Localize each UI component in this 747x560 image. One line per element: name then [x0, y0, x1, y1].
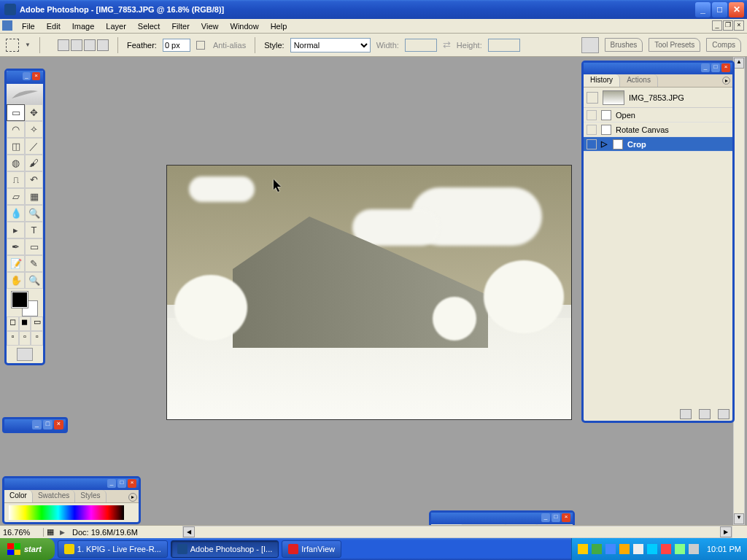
mdi-minimize-button[interactable]: _: [712, 20, 722, 31]
history-item-open[interactable]: Open: [584, 108, 732, 122]
menu-view[interactable]: View: [196, 20, 225, 32]
panel-maximize-button[interactable]: □: [551, 513, 560, 522]
screen-mode-button[interactable]: ▭: [31, 316, 43, 331]
new-document-from-state-button[interactable]: [680, 409, 692, 419]
color-tab[interactable]: Color: [4, 490, 33, 502]
delete-state-button[interactable]: [718, 409, 729, 419]
panel-maximize-button[interactable]: □: [43, 420, 53, 429]
marquee-tool[interactable]: ▭: [7, 104, 25, 121]
screenmode-full-menubar[interactable]: ▫: [19, 331, 31, 346]
blur-tool[interactable]: 💧: [7, 205, 25, 222]
document-icon[interactable]: [2, 20, 12, 31]
eyedropper-tool[interactable]: ✎: [25, 255, 43, 272]
system-tray[interactable]: 10:01 PM: [571, 538, 747, 560]
style-select[interactable]: Normal: [290, 38, 371, 52]
magic-wand-tool[interactable]: ✧: [25, 121, 43, 138]
healing-brush-tool[interactable]: ◍: [7, 155, 25, 171]
horizontal-scrollbar[interactable]: ◀ ▶: [182, 526, 732, 538]
taskbar-item-kpig[interactable]: 1. KPIG - Live Free-R...: [58, 540, 168, 558]
history-item-rotate-canvas[interactable]: Rotate Canvas: [584, 122, 732, 137]
tool-presets-tab[interactable]: Tool Presets: [649, 38, 700, 52]
window-maximize-button[interactable]: □: [712, 2, 727, 18]
panel-minimize-button[interactable]: _: [701, 63, 710, 72]
history-tab[interactable]: History: [584, 74, 620, 87]
menu-window[interactable]: Window: [225, 20, 265, 32]
history-source-checkbox[interactable]: [587, 110, 597, 120]
crop-tool[interactable]: ◫: [7, 138, 25, 155]
menu-layer[interactable]: Layer: [100, 20, 132, 32]
vertical-scrollbar[interactable]: ▲ ▼: [733, 57, 745, 525]
selection-intersect-icon[interactable]: [97, 39, 109, 51]
mdi-restore-button[interactable]: ❐: [723, 20, 733, 31]
status-menu-arrow-icon[interactable]: ▶: [60, 529, 65, 536]
toolbox-minimize-button[interactable]: _: [23, 72, 31, 80]
window-close-button[interactable]: ✕: [729, 2, 744, 18]
tray-icon[interactable]: [661, 544, 671, 554]
dodge-tool[interactable]: 🔍: [25, 205, 43, 222]
jump-to-imageready-button[interactable]: [17, 348, 33, 361]
history-source-checkbox[interactable]: [587, 125, 597, 135]
tray-icon[interactable]: [647, 544, 657, 554]
menu-edit[interactable]: Edit: [41, 20, 66, 32]
tray-icon[interactable]: [592, 544, 602, 554]
clone-stamp-tool[interactable]: ⎍: [7, 171, 25, 188]
dropdown-arrow-icon[interactable]: ▼: [25, 42, 31, 48]
tray-icon[interactable]: [605, 544, 616, 554]
panel-menu-icon[interactable]: ▸: [722, 77, 730, 85]
color-spectrum[interactable]: [9, 505, 124, 520]
hand-tool[interactable]: ✋: [7, 272, 25, 289]
document-canvas[interactable]: [166, 165, 572, 420]
path-selection-tool[interactable]: ▸: [7, 222, 25, 238]
panel-minimize-button[interactable]: _: [32, 420, 42, 429]
notes-tool[interactable]: 📝: [7, 255, 25, 272]
brush-tool[interactable]: 🖌: [25, 155, 43, 171]
window-minimize-button[interactable]: _: [695, 2, 711, 18]
volume-icon[interactable]: [689, 544, 699, 554]
document-info[interactable]: Doc: 19.6M/19.6M: [65, 528, 189, 537]
menu-select[interactable]: Select: [132, 20, 166, 32]
slice-tool[interactable]: ／: [25, 138, 43, 155]
selection-new-icon[interactable]: [58, 39, 69, 51]
panel-maximize-button[interactable]: □: [711, 63, 720, 72]
history-brush-source-icon[interactable]: [587, 92, 598, 104]
scroll-right-icon[interactable]: ▶: [720, 526, 732, 537]
status-icon[interactable]: ▦: [44, 527, 57, 537]
history-source-checkbox[interactable]: [587, 139, 597, 149]
taskbar-item-irfanview[interactable]: IrfanView: [282, 540, 341, 558]
clock[interactable]: 10:01 PM: [707, 545, 741, 553]
marquee-tool-icon[interactable]: [6, 39, 19, 52]
tray-icon[interactable]: [578, 544, 588, 554]
selection-add-icon[interactable]: [71, 39, 82, 51]
taskbar-item-photoshop[interactable]: Adobe Photoshop - [I...: [171, 540, 279, 558]
screenmode-full[interactable]: ▫: [31, 331, 43, 346]
scroll-left-icon[interactable]: ◀: [183, 526, 195, 537]
scroll-up-icon[interactable]: ▲: [734, 58, 744, 69]
history-item-crop[interactable]: ▷ Crop: [584, 137, 732, 152]
menu-image[interactable]: Image: [66, 20, 101, 32]
quickmask-mode-button[interactable]: ◼: [19, 316, 31, 331]
panel-menu-icon[interactable]: ▸: [128, 493, 137, 502]
eraser-tool[interactable]: ▱: [7, 188, 25, 205]
move-tool[interactable]: ✥: [25, 104, 43, 121]
toolbox-close-button[interactable]: ×: [32, 72, 40, 80]
feather-input[interactable]: [163, 39, 190, 52]
type-tool[interactable]: T: [25, 222, 43, 238]
actions-tab[interactable]: Actions: [620, 74, 658, 87]
panel-minimize-button[interactable]: _: [541, 513, 550, 522]
selection-subtract-icon[interactable]: [84, 39, 96, 51]
brushes-tab[interactable]: Brushes: [605, 38, 643, 52]
start-button[interactable]: start: [0, 538, 55, 560]
scroll-down-icon[interactable]: ▼: [734, 513, 744, 524]
tray-icon[interactable]: [619, 544, 630, 554]
mdi-close-button[interactable]: ×: [734, 20, 744, 31]
history-snapshot[interactable]: IMG_7853.JPG: [584, 88, 732, 108]
history-brush-tool[interactable]: ↶: [25, 171, 43, 188]
menu-file[interactable]: File: [16, 20, 41, 32]
styles-tab[interactable]: Styles: [75, 490, 106, 502]
palette-well-button[interactable]: [581, 37, 599, 53]
comps-tab[interactable]: Comps: [706, 38, 741, 52]
panel-maximize-button[interactable]: □: [117, 479, 126, 488]
lasso-tool[interactable]: ◠: [7, 121, 25, 138]
panel-minimize-button[interactable]: _: [107, 479, 116, 488]
zoom-tool[interactable]: 🔍: [25, 272, 43, 289]
